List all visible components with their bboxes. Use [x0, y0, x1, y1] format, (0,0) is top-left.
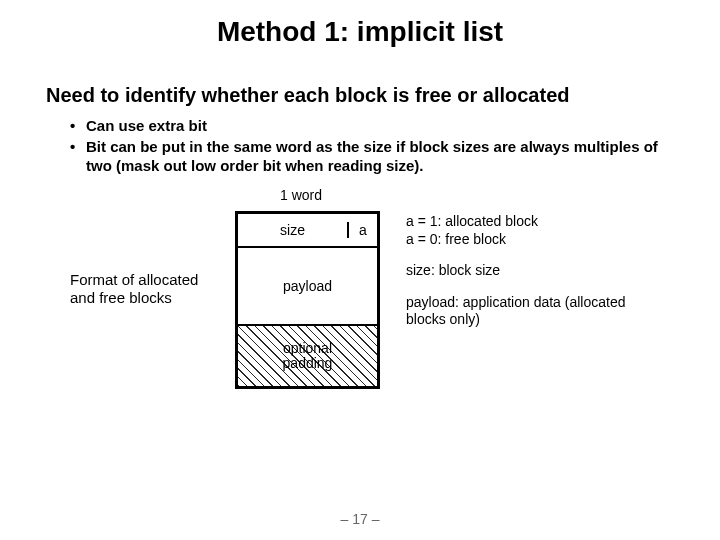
legend-flag-line2: a = 0: free block: [406, 231, 506, 247]
page-number: – 17 –: [0, 511, 720, 527]
bullet-item: Bit can be put in the same word as the s…: [70, 138, 674, 176]
legend-payload: payload: application data (allocated blo…: [406, 294, 666, 329]
legend-size: size: block size: [406, 262, 666, 280]
block-format-caption: Format of allocated and free blocks: [70, 271, 200, 307]
legend-flag-line1: a = 1: allocated block: [406, 213, 538, 229]
block-header-row: size a: [238, 214, 377, 248]
alloc-flag-cell: a: [349, 222, 377, 238]
word-width-label: 1 word: [280, 187, 322, 203]
size-cell: size: [238, 222, 349, 238]
memory-block: size a payload optional padding: [235, 211, 380, 389]
padding-label-line1: optional: [283, 340, 332, 356]
padding-label-line2: padding: [283, 355, 333, 371]
bullet-item: Can use extra bit: [70, 117, 674, 136]
padding-cell: optional padding: [238, 326, 377, 386]
bullet-list: Can use extra bit Bit can be put in the …: [70, 117, 674, 175]
legend: a = 1: allocated block a = 0: free block…: [406, 213, 666, 343]
subheading: Need to identify whether each block is f…: [46, 84, 674, 107]
legend-flag: a = 1: allocated block a = 0: free block: [406, 213, 666, 248]
slide-title: Method 1: implicit list: [46, 16, 674, 48]
payload-cell: payload: [238, 248, 377, 326]
padding-label: optional padding: [283, 341, 333, 372]
block-format-diagram: 1 word size a payload optional padding F…: [46, 187, 674, 447]
